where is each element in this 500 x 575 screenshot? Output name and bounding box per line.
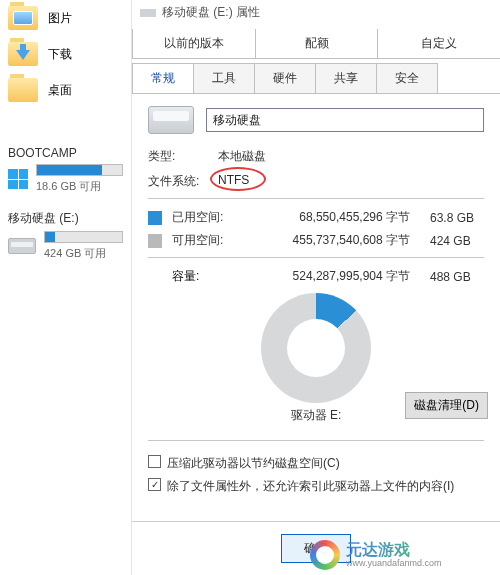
downloads-folder-icon: [8, 42, 38, 66]
tab-previous-versions[interactable]: 以前的版本: [132, 29, 256, 59]
sidebar-item-desktop[interactable]: 桌面: [0, 72, 131, 108]
dialog-titlebar: 移动硬盘 (E:) 属性: [132, 0, 500, 25]
compress-checkbox[interactable]: [148, 455, 161, 468]
divider: [148, 198, 484, 199]
ok-button[interactable]: 确定: [281, 534, 351, 563]
disk-cleanup-button[interactable]: 磁盘清理(D): [405, 392, 488, 419]
free-color-swatch: [148, 234, 162, 248]
filesystem-value: NTFS: [218, 173, 249, 190]
used-label: 已用空间:: [172, 209, 234, 226]
tab-customize[interactable]: 自定义: [377, 29, 500, 59]
divider: [148, 440, 484, 441]
sidebar-item-label: 下载: [48, 46, 72, 63]
pictures-folder-icon: [8, 6, 38, 30]
tab-general[interactable]: 常规: [132, 63, 194, 93]
index-checkbox[interactable]: [148, 478, 161, 491]
tab-tools[interactable]: 工具: [193, 63, 255, 93]
desktop-folder-icon: [8, 78, 38, 102]
used-bytes: 68,550,455,296 字节: [244, 209, 410, 226]
hdd-icon: [140, 9, 156, 17]
free-size: 424 GB: [420, 234, 484, 248]
compress-label: 压缩此驱动器以节约磁盘空间(C): [167, 455, 340, 472]
dialog-buttons: 确定: [132, 521, 500, 575]
usage-pie-chart: [261, 293, 371, 403]
tab-row-primary: 常规 工具 硬件 共享 安全: [132, 63, 500, 94]
free-label: 可用空间:: [172, 232, 234, 249]
used-size: 63.8 GB: [420, 211, 484, 225]
windows-logo-icon: [8, 169, 28, 189]
tab-hardware[interactable]: 硬件: [254, 63, 316, 93]
capacity-bytes: 524,287,995,904 字节: [248, 268, 410, 285]
index-label: 除了文件属性外，还允许索引此驱动器上文件的内容(I): [167, 478, 454, 495]
divider: [148, 257, 484, 258]
tab-sharing[interactable]: 共享: [315, 63, 377, 93]
sidebar-item-label: 图片: [48, 10, 72, 27]
sidebar-item-downloads[interactable]: 下载: [0, 36, 131, 72]
hdd-icon: [8, 238, 36, 254]
filesystem-label: 文件系统:: [148, 173, 208, 190]
drive-bootcamp[interactable]: BOOTCAMP 18.6 GB 可用: [0, 138, 131, 202]
drive-usage-bar: [36, 164, 123, 176]
tab-quota[interactable]: 配额: [255, 29, 379, 59]
capacity-label: 容量:: [148, 268, 238, 285]
drive-usage-bar: [44, 231, 123, 243]
tab-row-secondary: 以前的版本 配额 自定义: [132, 29, 500, 59]
free-bytes: 455,737,540,608 字节: [244, 232, 410, 249]
dialog-title: 移动硬盘 (E:) 属性: [162, 4, 260, 21]
type-label: 类型:: [148, 148, 208, 165]
type-value: 本地磁盘: [218, 148, 266, 165]
hdd-icon: [148, 106, 194, 134]
explorer-sidebar: 图片 下载 桌面 BOOTCAMP 18.6 GB 可用 移动硬盘 (E:): [0, 0, 132, 575]
sidebar-item-pictures[interactable]: 图片: [0, 0, 131, 36]
capacity-size: 488 GB: [420, 270, 484, 284]
tab-security[interactable]: 安全: [376, 63, 438, 93]
used-color-swatch: [148, 211, 162, 225]
volume-name-input[interactable]: [206, 108, 484, 132]
drive-removable-e[interactable]: 移动硬盘 (E:) 424 GB 可用: [0, 202, 131, 269]
properties-dialog: 移动硬盘 (E:) 属性 以前的版本 配额 自定义 常规 工具 硬件 共享 安全…: [132, 0, 500, 575]
sidebar-item-label: 桌面: [48, 82, 72, 99]
